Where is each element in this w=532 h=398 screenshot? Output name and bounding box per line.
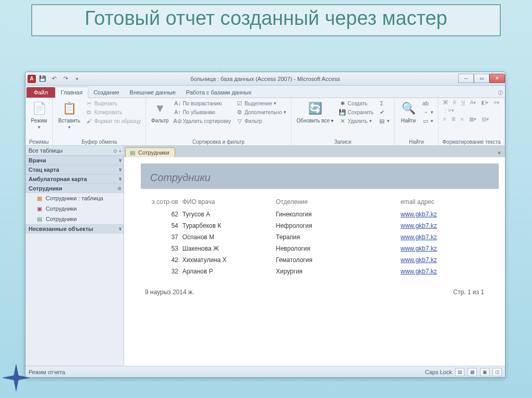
refresh-label: Обновить все ▾	[297, 118, 334, 123]
slide-title-box: Готовый отчет созданный через мастер	[31, 4, 501, 36]
tab-database-tools[interactable]: Работа с базами данных	[181, 87, 257, 98]
nav-item-staff-table[interactable]: ▦ Сотрудники : таблица	[25, 193, 124, 203]
tab-create[interactable]: Создание	[88, 87, 125, 98]
scissors-icon: ✂	[85, 100, 92, 107]
cell-dep: Гинекология	[276, 211, 401, 218]
document-tab-staff[interactable]: ▤ Сотрудники	[125, 147, 175, 157]
nav-section-amb[interactable]: Амбулаторная карта¥	[25, 174, 124, 184]
alt-row-button[interactable]: ▤▾	[480, 116, 490, 122]
bold-button[interactable]: Ж	[442, 99, 449, 106]
new-record-button[interactable]: ✸Создать	[337, 99, 375, 107]
email-link[interactable]: www.gkb7.kz	[401, 222, 437, 229]
select-button[interactable]: ▭▾	[420, 117, 435, 125]
expand-icon: ¥	[119, 158, 121, 163]
sort-asc-button[interactable]: A↓По возрастанию	[172, 99, 233, 107]
ribbon-group-records: 🔄 Обновить все ▾ ✸Создать 💾Сохранить ✕Уд…	[291, 98, 395, 145]
paste-button[interactable]: 📋 Вставить ▾	[56, 99, 82, 131]
tab-home[interactable]: Главная	[55, 87, 88, 98]
maximize-button[interactable]: ▭	[474, 74, 489, 83]
sum-button[interactable]: Σ	[377, 99, 391, 107]
save-record-button[interactable]: 💾Сохранить	[337, 108, 375, 116]
email-link[interactable]: www.gkb7.kz	[401, 211, 437, 218]
binoculars-icon: 🔍	[400, 100, 417, 117]
document-close-button[interactable]: ×	[495, 148, 504, 157]
advanced-filter-button[interactable]: ⚙Дополнительно▾	[234, 108, 288, 116]
clear-sort-button[interactable]: A⊘Удалить сортировку	[172, 117, 233, 125]
report-date: 9 наурыз 2014 ж.	[145, 289, 194, 296]
align-center-button[interactable]: ≣	[450, 116, 457, 122]
expand-icon: ¥	[119, 176, 121, 182]
toggle-filter-button[interactable]: ▽Фильтр	[234, 117, 288, 125]
tab-external-data[interactable]: Внешние данные	[125, 87, 181, 98]
spelling-button[interactable]: ✔	[377, 108, 391, 116]
email-link[interactable]: www.gkb7.kz	[401, 245, 437, 252]
nav-section-doctors[interactable]: Врачи¥	[25, 156, 124, 165]
email-link[interactable]: www.gkb7.kz	[401, 268, 437, 275]
qat-undo-icon[interactable]: ↶	[49, 74, 59, 84]
file-tab[interactable]: Файл	[26, 87, 55, 98]
sort-desc-button[interactable]: A↑По убыванию	[172, 108, 233, 116]
minimize-button[interactable]: ─	[458, 74, 474, 83]
email-link[interactable]: www.gkb7.kz	[401, 234, 437, 241]
nav-section-unlinked[interactable]: Несвязанные объекты¥	[25, 224, 124, 234]
spell-icon: ✔	[378, 108, 385, 116]
more-records-button[interactable]: ▤▾	[377, 117, 391, 125]
cell-fio: Оспанов М	[182, 234, 276, 241]
cell-id: 32	[141, 268, 182, 275]
view-layout-button[interactable]: ▣	[480, 368, 489, 376]
view-button[interactable]: 📄 Режим ▾	[29, 99, 49, 131]
ribbon-group-textformat: Ж К Ч A▾ ◧▾ ≡▾ ⋮≡▾ ≡ ≣ ≡ ▦▾ ▤▾ Форматиро…	[438, 98, 505, 145]
bullets-button[interactable]: ≡▾	[492, 99, 501, 106]
table-icon: ▦	[36, 195, 43, 202]
report-header: Сотрудники	[141, 163, 499, 189]
cell-dep: Терапия	[276, 234, 401, 241]
fill-color-button[interactable]: ◧▾	[480, 99, 490, 106]
nav-pane-header[interactable]: Все таблицы ⊙ «	[25, 146, 124, 156]
col-header-id: э сотр-ов	[141, 198, 182, 205]
cell-email: www.gkb7.kz	[401, 222, 496, 229]
nav-item-staff-form[interactable]: ▣ Сотрудники	[25, 203, 124, 214]
view-design-button[interactable]: ◫	[493, 368, 502, 376]
italic-button[interactable]: К	[451, 99, 458, 106]
cell-fio: Хихматулина Х	[182, 256, 276, 264]
underline-button[interactable]: Ч	[460, 99, 467, 106]
view-label: Режим	[31, 118, 47, 123]
font-color-button[interactable]: A▾	[469, 99, 478, 106]
numbering-button[interactable]: ⋮≡▾	[442, 107, 456, 114]
qat-redo-icon[interactable]: ↷	[61, 74, 70, 84]
align-left-button[interactable]: ≡	[442, 116, 448, 122]
cell-dep: Нефрология	[276, 222, 401, 229]
view-report-button[interactable]: ▤	[455, 368, 464, 376]
form-icon: ▣	[36, 205, 43, 212]
gridlines-button[interactable]: ▦▾	[468, 116, 478, 122]
close-button[interactable]: ✕	[489, 74, 505, 83]
ribbon-group-views: 📄 Режим ▾ Режимы	[25, 98, 53, 145]
view-print-button[interactable]: ▦	[468, 368, 477, 376]
refresh-all-button[interactable]: 🔄 Обновить все ▾	[295, 99, 336, 125]
toggle-filter-icon: ▽	[236, 117, 243, 125]
goto-button[interactable]: →▾	[420, 108, 435, 116]
copy-button[interactable]: ⧉Копировать	[84, 108, 142, 116]
replace-button[interactable]: ab	[420, 99, 435, 107]
email-link[interactable]: www.gkb7.kz	[401, 256, 437, 264]
cell-id: 54	[141, 222, 182, 229]
report-icon: ▤	[36, 215, 43, 223]
nav-item-staff-report[interactable]: ▤ Сотрудники	[25, 214, 124, 224]
align-right-button[interactable]: ≡	[459, 116, 466, 122]
cell-email: www.gkb7.kz	[401, 268, 496, 275]
nav-section-staff[interactable]: Сотрудники☆	[25, 184, 124, 193]
selection-button[interactable]: ☑Выделение▾	[234, 99, 288, 107]
nav-section-stac[interactable]: Стац карта¥	[25, 165, 124, 174]
ribbon-help-icon[interactable]: ⓘ	[496, 88, 505, 98]
cut-button[interactable]: ✂Вырезать	[84, 99, 142, 107]
qat-save-icon[interactable]: 💾	[38, 74, 47, 84]
find-button[interactable]: 🔍 Найти	[398, 99, 419, 125]
statusbar: Режим отчета Caps Lock ▤ ▦ ▣ ◫	[25, 366, 505, 377]
delete-record-button[interactable]: ✕Удалить▾	[337, 117, 375, 125]
qat-customize-icon[interactable]: ▾	[72, 74, 82, 84]
report-viewport[interactable]: Сотрудники э сотр-ов ФИО врача Отделение…	[124, 157, 505, 366]
more-icon: ▤	[378, 117, 385, 125]
report-title: Сотрудники	[150, 172, 489, 184]
filter-button[interactable]: ▼ Фильтр	[149, 99, 171, 125]
format-painter-button[interactable]: 🖌Формат по образцу	[84, 117, 142, 125]
